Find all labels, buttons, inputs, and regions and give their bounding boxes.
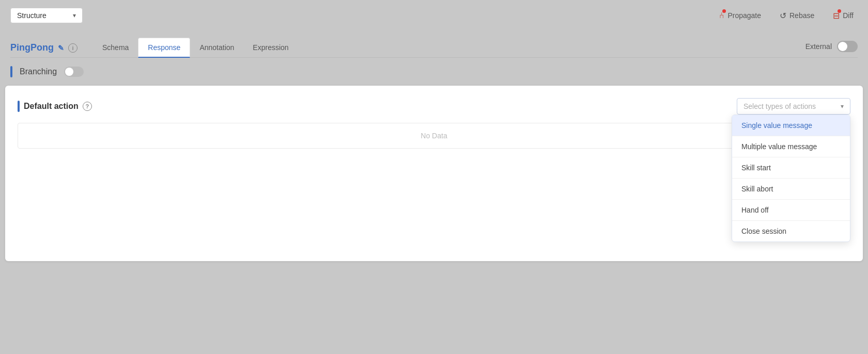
help-icon-text: ? (85, 103, 89, 109)
structure-dropdown[interactable]: Structure ▾ (10, 8, 83, 23)
card-title-text: Default action (24, 102, 79, 111)
dropdown-item-single-value[interactable]: Single value message (732, 115, 850, 136)
propagate-label: Propagate (727, 11, 761, 20)
default-action-card: Default action ? Select types of actions… (5, 86, 863, 261)
dropdown-item-skill-abort[interactable]: Skill abort (732, 179, 850, 200)
help-icon[interactable]: ? (83, 102, 92, 111)
dropdown-item-close-session[interactable]: Close session (732, 221, 850, 242)
no-data-text: No Data (421, 132, 447, 140)
tab-bar: PingPong ✎ i Schema Response Annotation … (10, 31, 858, 58)
tab-response[interactable]: Response (138, 38, 190, 58)
rebase-label: Rebase (789, 11, 814, 20)
toolbar-right: ⑃ Propagate ↺ Rebase ⊟ Diff (715, 9, 858, 23)
action-type-dropdown: Single value message Multiple value mess… (732, 115, 850, 242)
action-type-select[interactable]: Select types of actions ▾ (737, 98, 850, 115)
no-data-row: No Data (18, 123, 850, 149)
propagate-icon: ⑃ (719, 11, 724, 20)
rebase-icon: ↺ (780, 11, 786, 21)
diff-icon: ⊟ (833, 11, 840, 21)
branching-toggle[interactable] (64, 67, 84, 77)
card-header: Default action ? Select types of actions… (18, 98, 850, 115)
external-toggle[interactable] (837, 41, 858, 52)
propagate-button[interactable]: ⑃ Propagate (715, 9, 765, 22)
tab-expression[interactable]: Expression (243, 38, 298, 58)
edit-icon: ✎ (58, 44, 64, 52)
card-title-container: Default action ? (18, 101, 92, 112)
branching-toggle-thumb (65, 68, 73, 76)
chevron-down-icon: ▾ (73, 12, 76, 19)
structure-label: Structure (17, 11, 47, 20)
diff-button[interactable]: ⊟ Diff (829, 9, 858, 23)
rebase-button[interactable]: ↺ Rebase (776, 9, 818, 23)
top-toolbar: Structure ▾ ⑃ Propagate ↺ Rebase ⊟ Diff (0, 0, 868, 31)
info-icon: i (68, 43, 78, 53)
dropdown-item-multiple-value[interactable]: Multiple value message (732, 136, 850, 157)
dropdown-item-skill-start[interactable]: Skill start (732, 157, 850, 179)
app-title[interactable]: PingPong ✎ i (10, 42, 78, 57)
tab-annotation[interactable]: Annotation (190, 38, 243, 58)
external-toggle-container: External (805, 41, 858, 57)
diff-label: Diff (843, 11, 854, 20)
tab-schema[interactable]: Schema (93, 38, 138, 58)
branching-label: Branching (20, 67, 57, 76)
branching-bar (10, 66, 12, 77)
toggle-thumb (838, 42, 847, 51)
external-label: External (805, 42, 832, 51)
app-name: PingPong (10, 42, 54, 53)
select-placeholder: Select types of actions (743, 102, 836, 110)
select-caret-icon: ▾ (841, 103, 844, 110)
branching-row: Branching (0, 58, 868, 86)
card-title-bar (18, 101, 20, 112)
dropdown-item-hand-off[interactable]: Hand off (732, 200, 850, 221)
